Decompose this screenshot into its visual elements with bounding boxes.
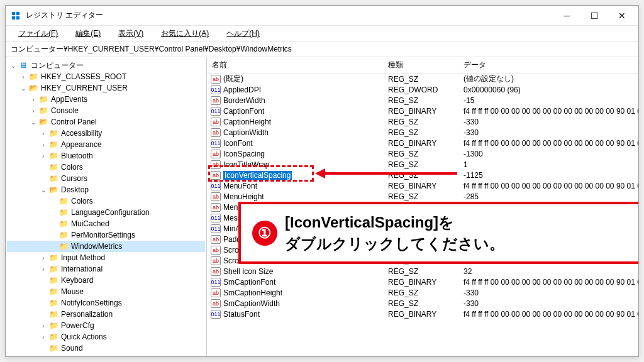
folder-icon [58,219,69,228]
chevron-icon[interactable]: › [40,130,47,137]
tree-item[interactable]: ›HKEY_CLASSES_ROOT [7,71,205,82]
cell-data: -330 [458,128,638,137]
value-row[interactable]: abMenuHeightREG_SZ-285 [207,191,638,202]
chevron-icon[interactable]: ⌄ [40,187,47,194]
folder-icon [48,174,58,183]
tree-item[interactable]: ›Personalization [7,309,205,320]
menu-help[interactable]: ヘルプ(H) [219,27,267,40]
menu-favorites[interactable]: お気に入り(A) [153,27,216,40]
tree-item[interactable]: ›Keyboard [7,275,205,286]
col-type[interactable]: 種類 [383,57,458,73]
chevron-icon[interactable]: › [40,255,47,261]
tree-item[interactable]: ›Mouse [7,286,205,297]
tree-item[interactable]: ›PerMonitorSettings [7,229,205,241]
string-value-icon: ab [211,288,221,297]
tree-item[interactable]: ›International [7,263,205,275]
value-row[interactable]: abCaptionHeightREG_SZ-330 [207,116,638,127]
key-tree[interactable]: ⌄コンピューター›HKEY_CLASSES_ROOT⌄HKEY_CURRENT_… [6,57,207,356]
cell-data: f4 ff ff ff 00 00 00 00 00 00 00 00 00 0… [458,214,638,222]
maximize-button[interactable]: ☐ [586,9,603,22]
tree-item[interactable]: ⌄Desktop [7,184,205,195]
value-row[interactable]: 011StatusFontREG_BINARYf4 ff ff ff 00 00… [207,309,638,319]
tree-item[interactable]: ›Console [7,105,205,116]
value-row[interactable]: ab(既定)REG_SZ(値の設定なし) [207,74,638,84]
chevron-icon[interactable]: › [30,107,37,114]
tree-item[interactable]: ›Cursors [7,173,205,184]
chevron-icon[interactable]: › [40,322,47,329]
tree-item[interactable]: ›PowerCfg [7,320,205,331]
tree-item[interactable]: ›TimeDate [7,354,205,356]
tree-item[interactable]: ›Accessibility [7,128,205,139]
tree-item[interactable]: ⌄Control Panel [7,116,205,128]
value-row[interactable]: abPaddedBorderWidthREG_SZ-60 [207,234,638,244]
value-row[interactable]: abIconTitleWrapREG_SZ1 [207,159,638,170]
close-button[interactable]: ✕ [613,9,631,22]
tree-item-label: Accessibility [61,129,102,138]
value-row[interactable]: abSmCaptionHeightREG_SZ-330 [207,287,638,298]
value-row[interactable]: abMenuWidthREG_SZ-285 [207,202,638,212]
folder-icon [48,140,58,149]
chevron-icon[interactable]: › [40,153,47,160]
value-row[interactable]: abIconVerticalSpacingREG_SZ-1125 [207,170,638,180]
tree-item[interactable]: ›Colors [7,195,205,207]
address-bar[interactable]: コンピューター¥HKEY_CURRENT_USER¥Control Panel¥… [6,42,638,57]
tree-item[interactable]: ›Bluetooth [7,150,205,162]
chevron-icon[interactable]: › [40,266,47,273]
tree-item[interactable]: ›Input Method [7,252,205,263]
value-row[interactable]: 011MinAnimateREG_SZ0 [207,223,638,234]
tree-item[interactable]: ›NotifyIconSettings [7,297,205,309]
value-row[interactable]: 011IconFontREG_BINARYf4 ff ff ff 00 00 0… [207,138,638,148]
cell-data: -330 [458,299,638,308]
tree-item-label: HKEY_CLASSES_ROOT [41,72,126,81]
chevron-icon[interactable]: › [40,356,47,357]
tree-item[interactable]: ›Quick Actions [7,331,205,343]
tree-item-label: PerMonitorSettings [71,231,135,239]
tree-item-label: Colors [61,163,83,172]
value-row[interactable]: 011SmCaptionFontREG_BINARYf4 ff ff ff 00… [207,277,638,287]
menu-edit[interactable]: 編集(E) [68,27,108,40]
chevron-icon[interactable]: ⌄ [30,119,37,126]
value-row[interactable]: 011MenuFontREG_BINARYf4 ff ff ff 00 00 0… [207,180,638,191]
minimize-button[interactable]: ─ [558,9,575,22]
computer-icon [18,61,28,70]
tree-item[interactable]: ⌄HKEY_CURRENT_USER [7,82,205,94]
value-row[interactable]: abSmCaptionWidthREG_SZ-330 [207,298,638,309]
value-row[interactable]: abIconSpacingREG_SZ-1300 [207,148,638,159]
tree-item[interactable]: ⌄コンピューター [7,60,205,71]
tree-item[interactable]: ›Colors [7,162,205,173]
value-row[interactable]: abCaptionWidthREG_SZ-330 [207,127,638,138]
tree-item-label: NotifyIconSettings [61,299,122,307]
tree-item[interactable]: ›WindowMetrics [7,241,205,252]
chevron-icon[interactable]: › [19,74,27,80]
col-data[interactable]: データ [458,57,638,73]
value-row[interactable]: abBorderWidthREG_SZ-15 [207,95,638,106]
tree-item[interactable]: ›LanguageConfiguration [7,207,205,218]
tree-item-label: WindowMetrics [71,242,122,251]
chevron-icon[interactable]: › [40,334,47,341]
cell-type: REG_SZ [383,160,458,169]
value-row[interactable]: 011AppliedDPIREG_DWORD0x00000060 (96) [207,84,638,95]
svg-rect-1 [16,11,19,14]
value-row[interactable]: 011CaptionFontREG_BINARYf4 ff ff ff 00 0… [207,106,638,116]
folder-icon [48,321,58,330]
tree-item[interactable]: ›Sound [7,343,205,354]
tree-item-label: Cursors [61,174,87,183]
chevron-icon[interactable]: › [40,141,47,148]
chevron-icon[interactable]: › [30,96,37,103]
cell-data: f4 ff ff ff 00 00 00 00 00 00 00 00 00 0… [458,278,638,287]
tree-item[interactable]: ›Appearance [7,139,205,150]
value-row[interactable]: abScrollWidthREG_SZ-255 [207,255,638,266]
col-name[interactable]: 名前 [207,57,383,73]
tree-item[interactable]: ›MuiCached [7,218,205,229]
menu-file[interactable]: ファイル(F) [11,27,65,40]
tree-item-label: Desktop [61,185,89,194]
chevron-icon[interactable]: ⌄ [9,62,17,69]
string-value-icon: ab [211,267,221,276]
menu-view[interactable]: 表示(V) [111,27,151,40]
value-row[interactable]: 011MessageFontREG_BINARYf4 ff ff ff 00 0… [207,212,638,223]
chevron-icon[interactable]: ⌄ [19,85,27,92]
value-row[interactable]: abShell Icon SizeREG_SZ32 [207,266,638,277]
value-row[interactable]: abScrollHeightREG_SZ-255 [207,244,638,255]
tree-item[interactable]: ›AppEvents [7,94,205,105]
value-name: ScrollHeight [223,246,264,255]
